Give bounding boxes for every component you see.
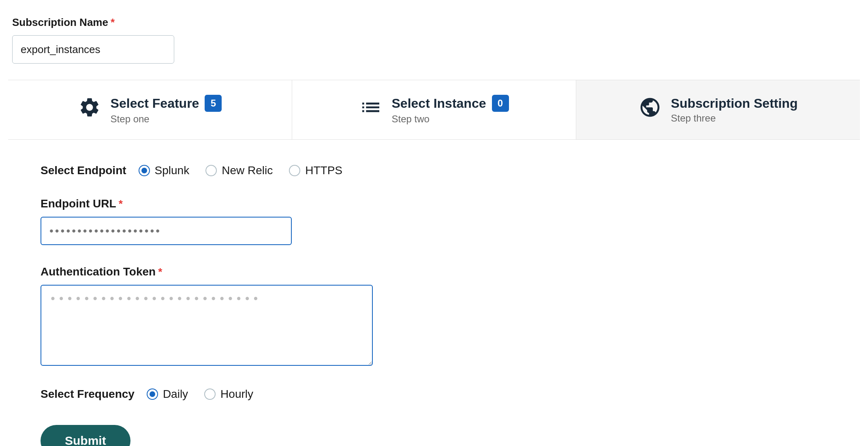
splunk-label: Splunk [155, 164, 190, 177]
subscription-section: Subscription Name * [8, 16, 860, 80]
step-setting-text: Subscription Setting Step three [671, 96, 798, 124]
endpoint-url-required: * [119, 198, 123, 210]
https-radio-circle[interactable] [289, 165, 300, 176]
subscription-name-label: Subscription Name [12, 16, 108, 29]
endpoint-splunk-option[interactable]: Splunk [139, 164, 190, 177]
newrelic-radio-circle[interactable] [205, 165, 217, 176]
endpoint-url-input[interactable] [41, 217, 292, 245]
globe-icon [639, 96, 661, 124]
step-select-instance[interactable]: Select Instance 0 Step two [292, 80, 576, 139]
newrelic-label: New Relic [222, 164, 273, 177]
frequency-label: Select Frequency [41, 388, 135, 401]
auth-token-input[interactable]: ••••••••••••••••••••••••• [41, 285, 373, 366]
auth-token-label-wrapper: Authentication Token * [41, 265, 827, 278]
page-wrapper: Subscription Name * Select Feature 5 Ste… [0, 0, 868, 446]
step-setting-title-row: Subscription Setting [671, 96, 798, 111]
step-setting-subtitle: Step three [671, 113, 798, 124]
frequency-radio-group: Daily Hourly [147, 388, 253, 401]
endpoint-radio-group: Splunk New Relic HTTPS [139, 164, 342, 177]
frequency-daily-option[interactable]: Daily [147, 388, 188, 401]
daily-radio-circle[interactable] [147, 388, 158, 400]
https-label: HTTPS [305, 164, 342, 177]
step-feature-text: Select Feature 5 Step one [111, 95, 222, 125]
daily-label: Daily [163, 388, 188, 401]
subscription-label: Subscription Name * [12, 16, 856, 29]
endpoint-url-block: Endpoint URL * [41, 197, 827, 245]
subscription-name-input[interactable] [12, 35, 174, 64]
step-instance-title: Select Instance [392, 96, 486, 111]
endpoint-url-label-wrapper: Endpoint URL * [41, 197, 827, 210]
gear-icon [78, 96, 101, 124]
main-content: Select Endpoint Splunk New Relic HTTPS [8, 140, 860, 446]
auth-token-required: * [158, 266, 162, 278]
step-instance-title-row: Select Instance 0 [392, 95, 509, 112]
list-icon [359, 96, 382, 124]
required-star: * [111, 16, 115, 29]
step-instance-subtitle: Step two [392, 113, 509, 125]
step-select-feature[interactable]: Select Feature 5 Step one [8, 80, 292, 139]
hourly-radio-circle[interactable] [204, 388, 216, 400]
step-instance-badge: 0 [492, 95, 509, 112]
endpoint-field-row: Select Endpoint Splunk New Relic HTTPS [41, 164, 827, 177]
steps-navigation: Select Feature 5 Step one Select Instanc… [8, 80, 860, 140]
endpoint-newrelic-option[interactable]: New Relic [205, 164, 273, 177]
auth-token-label: Authentication Token [41, 265, 156, 278]
frequency-field-row: Select Frequency Daily Hourly [41, 388, 827, 401]
endpoint-url-label: Endpoint URL [41, 197, 116, 210]
step-setting-title: Subscription Setting [671, 96, 798, 111]
step-subscription-setting[interactable]: Subscription Setting Step three [576, 80, 860, 139]
hourly-label: Hourly [220, 388, 253, 401]
step-feature-subtitle: Step one [111, 113, 222, 125]
step-feature-title-row: Select Feature 5 [111, 95, 222, 112]
endpoint-https-option[interactable]: HTTPS [289, 164, 342, 177]
submit-button[interactable]: Submit [41, 425, 130, 446]
auth-token-block: Authentication Token * •••••••••••••••••… [41, 265, 827, 367]
step-feature-title: Select Feature [111, 96, 199, 111]
step-instance-text: Select Instance 0 Step two [392, 95, 509, 125]
splunk-radio-circle[interactable] [139, 165, 150, 176]
frequency-hourly-option[interactable]: Hourly [204, 388, 253, 401]
endpoint-label: Select Endpoint [41, 164, 126, 177]
step-feature-badge: 5 [205, 95, 222, 112]
